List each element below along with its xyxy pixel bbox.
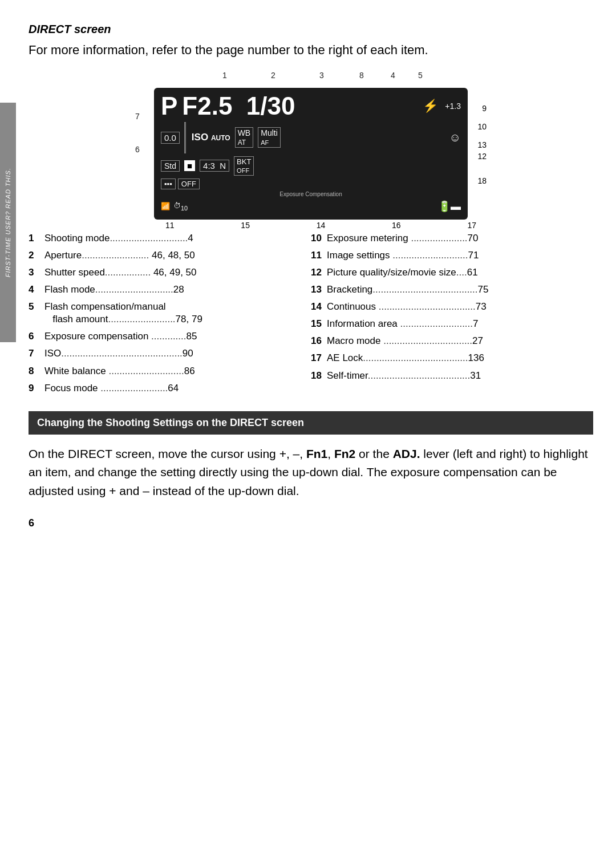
screen-line1: P F2.5 1/30 ⚡ +1.3 — [161, 94, 461, 119]
callout-18: 18 — [477, 176, 487, 185]
item-9: 9 Focus mode .........................64 — [29, 380, 311, 397]
iso-display: ISO AUTO — [192, 132, 230, 143]
bottom-num-16: 16 — [392, 221, 401, 230]
callout-10: 10 — [477, 122, 487, 131]
item-6: 6 Exposure compensation .............85 — [29, 328, 311, 345]
camera-diagram: 1 2 3 8 4 5 7 6 P F2.5 1/30 ⚡ +1.3 — [134, 71, 488, 230]
screen-line3: Std ■ 4:3 N BKTOFF — [161, 156, 461, 176]
off-display: OFF — [178, 179, 200, 189]
item-18: 18 Self-timer...........................… — [311, 367, 593, 384]
item-5: 5 Flash compensation/manual flash amount… — [29, 298, 311, 328]
item-8: 8 White balance ........................… — [29, 363, 311, 380]
battery-icon: 🔋▬ — [438, 200, 461, 213]
flash-display: ⚡ — [423, 99, 438, 113]
side-tab-text: First-time user? Read this. — [5, 168, 11, 277]
callout-13: 13 — [477, 140, 487, 149]
screen-line4: ▪▪▪ OFF — [161, 179, 461, 189]
body-text: On the DIRECT screen, move the cursor us… — [29, 445, 593, 501]
top-number-row: 1 2 3 8 4 5 — [145, 71, 476, 87]
item-16: 16 Macro mode ..........................… — [311, 332, 593, 350]
callout-4: 4 — [391, 71, 395, 80]
wifi-icon: 📶 — [161, 202, 170, 210]
item-10: 10 Exposure metering ...................… — [311, 230, 593, 247]
ev-display: +1.3 — [445, 102, 461, 111]
items-right-col: 10 Exposure metering ...................… — [311, 230, 593, 397]
callout-9: 9 — [482, 104, 487, 113]
page-number: 6 — [29, 517, 593, 529]
face-display: ☺ — [449, 131, 461, 144]
histogram-bar — [184, 122, 186, 153]
bottom-num-17: 17 — [467, 221, 476, 230]
item-11: 11 Image settings ......................… — [311, 247, 593, 264]
item-2: 2 Aperture......................... 46, … — [29, 247, 311, 264]
wb-display: WBAT — [235, 127, 254, 148]
bottom-label-row: 11 15 14 16 17 — [145, 220, 476, 230]
changing-settings-label: Changing the Shooting Settings on the DI… — [37, 417, 304, 428]
callout-3: 3 — [319, 71, 324, 80]
std-display: Std — [161, 160, 180, 172]
item-3: 3 Shutter speed................. 46, 49,… — [29, 264, 311, 281]
side-tab: First-time user? Read this. — [0, 103, 16, 342]
bottom-num-15: 15 — [241, 221, 250, 230]
item-1: 1 Shooting mode.........................… — [29, 230, 311, 247]
callout-12: 12 — [477, 152, 487, 161]
screen-line5: 📶 ⏱10 🔋▬ — [161, 200, 461, 213]
item-17: 17 AE Lock..............................… — [311, 350, 593, 367]
item-12: 12 Picture quality/size/movie size....61 — [311, 264, 593, 281]
ratio-display: 4:3 N — [200, 160, 229, 172]
timer-icon: ⏱10 — [173, 201, 188, 212]
callout-8: 8 — [359, 71, 364, 80]
af-display: MultiAF — [258, 127, 281, 148]
item-4: 4 Flash mode............................… — [29, 281, 311, 298]
quality-display: ■ — [184, 160, 195, 171]
hist-box: 0.0 — [161, 132, 180, 144]
changing-settings-box: Changing the Shooting Settings on the DI… — [29, 411, 593, 435]
callout-7: 7 — [135, 112, 140, 121]
item-7: 7 ISO...................................… — [29, 345, 311, 362]
screen-wrapper: 7 6 P F2.5 1/30 ⚡ +1.3 0.0 ISO AUTO — [134, 88, 488, 220]
callout-1: 1 — [222, 71, 227, 80]
bottom-num-11: 11 — [165, 221, 175, 230]
aperture-display: F2.5 1/30 — [182, 94, 295, 119]
intro-text: For more information, refer to the page … — [29, 42, 593, 59]
items-grid: 1 Shooting mode.........................… — [29, 230, 593, 397]
section-title: DIRECT screen — [29, 23, 593, 36]
callout-6: 6 — [135, 145, 140, 154]
item-15: 15 Information area ....................… — [311, 315, 593, 332]
img-display: ▪▪▪ — [161, 179, 176, 189]
bottom-num-14: 14 — [317, 221, 326, 230]
screen-line2: 0.0 ISO AUTO WBAT MultiAF ☺ — [161, 122, 461, 153]
camera-screen: P F2.5 1/30 ⚡ +1.3 0.0 ISO AUTO WBAT Mul… — [154, 88, 468, 220]
items-left-col: 1 Shooting mode.........................… — [29, 230, 311, 397]
item-13: 13 Bracketing...........................… — [311, 281, 593, 298]
exposure-comp-label: Exposure Compensation — [161, 191, 461, 197]
callout-5: 5 — [418, 71, 423, 80]
bkt-display: BKTOFF — [234, 156, 254, 176]
callout-2: 2 — [271, 71, 275, 80]
mode-display: P — [161, 94, 177, 119]
item-14: 14 Continuous ..........................… — [311, 298, 593, 315]
